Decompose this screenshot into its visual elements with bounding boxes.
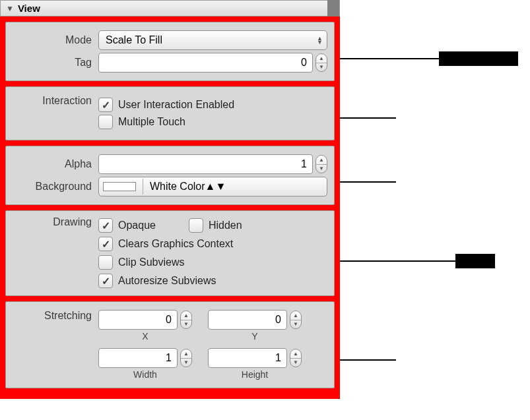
stepper-down-icon[interactable]: ▼ — [181, 320, 191, 329]
autoresize-checkbox[interactable] — [98, 274, 113, 288]
section-mode: Mode Scale To Fill ▲▼ Tag 0 ▲ ▼ — [5, 22, 335, 81]
alpha-value: 1 — [301, 158, 307, 170]
section-stretching: Stretching 0 ▲ ▼ X — [5, 301, 335, 388]
stretching-width-label: Width — [133, 369, 157, 380]
annotation-line — [340, 359, 396, 361]
panel-title: View — [18, 3, 40, 14]
stretching-y-stepper[interactable]: ▲ ▼ — [290, 311, 302, 329]
tag-value: 0 — [301, 57, 307, 69]
annotation-overlay — [340, 0, 530, 420]
panel-header[interactable]: ▼ View — [0, 0, 340, 16]
stretching-y-label: Y — [251, 331, 257, 342]
stretching-width-field[interactable]: 1 — [98, 348, 178, 368]
hidden-checkbox[interactable] — [189, 218, 203, 233]
interaction-label: Interaction — [13, 95, 98, 107]
header-corner — [327, 0, 339, 16]
annotation-bar — [455, 254, 495, 268]
annotation-bar — [439, 51, 518, 66]
tag-field[interactable]: 0 — [98, 53, 313, 73]
tag-stepper[interactable]: ▲ ▼ — [315, 53, 327, 72]
background-popup[interactable]: White Color ▲▼ — [98, 177, 327, 196]
background-value: White Color — [150, 181, 205, 193]
annotation-line — [340, 260, 455, 262]
stretching-width-stepper[interactable]: ▲ ▼ — [180, 349, 192, 367]
popup-arrows-icon: ▲▼ — [205, 181, 226, 193]
stretching-x-value: 0 — [166, 314, 172, 326]
stepper-up-icon[interactable]: ▲ — [316, 54, 327, 63]
autoresize-label: Autoresize Subviews — [118, 275, 216, 287]
stretching-height-label: Height — [242, 369, 268, 380]
tag-label: Tag — [13, 57, 98, 69]
disclosure-triangle-icon[interactable]: ▼ — [6, 4, 14, 13]
clip-checkbox[interactable] — [98, 255, 113, 270]
color-swatch[interactable] — [103, 182, 136, 191]
stepper-down-icon[interactable]: ▼ — [290, 320, 301, 329]
multiple-touch-checkbox[interactable] — [98, 115, 113, 129]
stepper-up-icon[interactable]: ▲ — [181, 311, 191, 320]
section-alpha: Alpha 1 ▲ ▼ Background White Color ▲▼ — [5, 146, 335, 205]
stepper-down-icon[interactable]: ▼ — [316, 63, 327, 72]
clears-label: Clears Graphics Context — [118, 238, 233, 250]
stepper-down-icon[interactable]: ▼ — [181, 359, 191, 367]
opaque-label: Opaque — [118, 220, 156, 231]
popup-divider — [143, 179, 143, 195]
stretching-y-value: 0 — [275, 314, 281, 326]
drawing-label: Drawing — [13, 216, 98, 228]
mode-popup[interactable]: Scale To Fill ▲▼ — [98, 30, 327, 50]
stretching-height-value: 1 — [275, 352, 281, 364]
stretching-height-stepper[interactable]: ▲ ▼ — [290, 349, 302, 367]
view-inspector-panel: ▼ View Mode Scale To Fill ▲▼ Tag 0 ▲ ▼ — [0, 0, 340, 399]
clears-checkbox[interactable] — [98, 237, 113, 251]
annotation-line — [340, 181, 396, 183]
section-interaction: Interaction User Interaction Enabled Mul… — [5, 86, 335, 140]
opaque-checkbox[interactable] — [98, 218, 113, 233]
multiple-touch-label: Multiple Touch — [118, 116, 185, 128]
alpha-field[interactable]: 1 — [98, 154, 313, 174]
stepper-up-icon[interactable]: ▲ — [290, 349, 301, 359]
alpha-label: Alpha — [13, 158, 98, 170]
stepper-down-icon[interactable]: ▼ — [316, 165, 327, 173]
stepper-down-icon[interactable]: ▼ — [290, 359, 301, 367]
popup-arrows-icon: ▲▼ — [317, 36, 323, 44]
hidden-label: Hidden — [209, 220, 242, 231]
section-drawing: Drawing Opaque Hidden Clears Graphics Co… — [5, 210, 335, 296]
background-label: Background — [13, 181, 98, 193]
clip-label: Clip Subviews — [118, 256, 184, 268]
stretching-x-label: X — [142, 331, 148, 342]
stretching-height-field[interactable]: 1 — [208, 348, 287, 368]
mode-value: Scale To Fill — [106, 34, 162, 46]
stepper-up-icon[interactable]: ▲ — [290, 311, 301, 320]
stretching-label: Stretching — [13, 310, 98, 322]
user-interaction-label: User Interaction Enabled — [118, 99, 234, 111]
stretching-width-value: 1 — [166, 352, 172, 364]
mode-label: Mode — [13, 34, 98, 46]
user-interaction-checkbox[interactable] — [98, 98, 113, 112]
alpha-stepper[interactable]: ▲ ▼ — [315, 155, 327, 173]
stretching-x-stepper[interactable]: ▲ ▼ — [180, 311, 192, 329]
annotation-line — [340, 117, 396, 119]
stepper-up-icon[interactable]: ▲ — [316, 156, 327, 165]
stepper-up-icon[interactable]: ▲ — [181, 349, 191, 359]
stretching-y-field[interactable]: 0 — [208, 310, 287, 330]
annotation-line — [340, 58, 439, 59]
stretching-x-field[interactable]: 0 — [98, 310, 178, 330]
